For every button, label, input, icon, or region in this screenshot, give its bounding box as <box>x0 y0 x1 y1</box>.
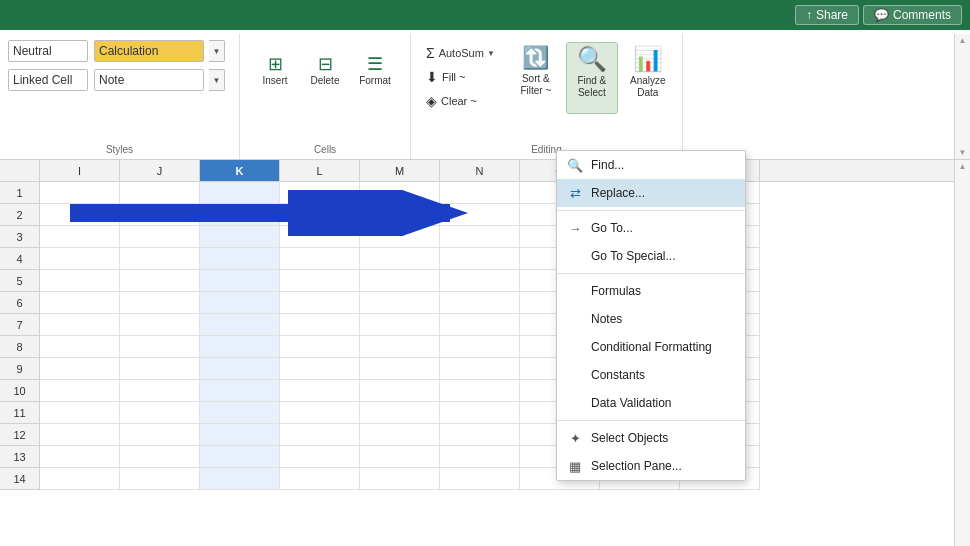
cell[interactable] <box>40 336 120 358</box>
cell[interactable] <box>200 292 280 314</box>
fill-button[interactable]: ⬇ Fill ~ <box>419 66 504 88</box>
col-header-k[interactable]: K <box>200 160 280 181</box>
cell[interactable] <box>200 336 280 358</box>
cell[interactable] <box>200 248 280 270</box>
find-select-button[interactable]: 🔍 Find & Select <box>566 42 618 114</box>
cell[interactable] <box>280 248 360 270</box>
cell[interactable] <box>40 292 120 314</box>
cell[interactable] <box>440 402 520 424</box>
cell[interactable] <box>280 446 360 468</box>
col-header-j[interactable]: J <box>120 160 200 181</box>
menu-item-goto-special[interactable]: Go To Special... <box>557 242 745 270</box>
cell[interactable] <box>440 336 520 358</box>
cell[interactable] <box>280 226 360 248</box>
cell[interactable] <box>440 182 520 204</box>
cell[interactable] <box>440 204 520 226</box>
calculation-value[interactable]: Calculation <box>94 40 204 62</box>
cell[interactable] <box>360 358 440 380</box>
cell[interactable] <box>280 468 360 490</box>
cell[interactable] <box>40 248 120 270</box>
col-header-m[interactable]: M <box>360 160 440 181</box>
comments-button[interactable]: 💬 Comments <box>863 5 962 25</box>
cell[interactable] <box>360 402 440 424</box>
cell[interactable] <box>120 226 200 248</box>
cell[interactable] <box>200 182 280 204</box>
cell[interactable] <box>440 314 520 336</box>
format-button[interactable]: ☰ Format <box>352 42 398 98</box>
cell[interactable] <box>280 336 360 358</box>
cell[interactable] <box>440 468 520 490</box>
col-header-i[interactable]: I <box>40 160 120 181</box>
cell[interactable] <box>120 380 200 402</box>
cell[interactable] <box>360 446 440 468</box>
cell[interactable] <box>120 292 200 314</box>
menu-item-notes[interactable]: Notes <box>557 305 745 333</box>
cell[interactable] <box>280 270 360 292</box>
cell[interactable] <box>360 292 440 314</box>
col-header-l[interactable]: L <box>280 160 360 181</box>
cell[interactable] <box>120 424 200 446</box>
menu-item-replace[interactable]: ⇄ Replace... <box>557 179 745 207</box>
cell[interactable] <box>40 424 120 446</box>
cell[interactable] <box>440 270 520 292</box>
menu-item-find[interactable]: 🔍 Find... <box>557 151 745 179</box>
menu-item-selection-pane[interactable]: ▦ Selection Pane... <box>557 452 745 480</box>
cell[interactable] <box>120 358 200 380</box>
cell[interactable] <box>40 226 120 248</box>
cell[interactable] <box>200 270 280 292</box>
cell[interactable] <box>40 380 120 402</box>
cell[interactable] <box>200 204 280 226</box>
cell[interactable] <box>280 424 360 446</box>
cell[interactable] <box>200 226 280 248</box>
cell[interactable] <box>280 204 360 226</box>
cell[interactable] <box>360 226 440 248</box>
cell[interactable] <box>120 402 200 424</box>
cell[interactable] <box>280 358 360 380</box>
scroll-up[interactable]: ▲ <box>955 36 970 45</box>
cell[interactable] <box>280 380 360 402</box>
cell[interactable] <box>200 402 280 424</box>
cell[interactable] <box>120 248 200 270</box>
cell[interactable] <box>440 292 520 314</box>
cell[interactable] <box>360 248 440 270</box>
cell[interactable] <box>200 446 280 468</box>
scroll-top[interactable]: ▲ <box>955 162 970 171</box>
cell[interactable] <box>40 446 120 468</box>
cell[interactable] <box>440 424 520 446</box>
menu-item-goto[interactable]: → Go To... <box>557 214 745 242</box>
cell[interactable] <box>200 424 280 446</box>
cell[interactable] <box>280 314 360 336</box>
cell[interactable] <box>40 314 120 336</box>
cell[interactable] <box>440 380 520 402</box>
menu-item-formulas[interactable]: Formulas <box>557 277 745 305</box>
cell[interactable] <box>360 336 440 358</box>
cell[interactable] <box>200 314 280 336</box>
menu-item-select-objects[interactable]: ✦ Select Objects <box>557 424 745 452</box>
cell[interactable] <box>440 248 520 270</box>
clear-button[interactable]: ◈ Clear ~ <box>419 90 504 112</box>
menu-item-data-validation[interactable]: Data Validation <box>557 389 745 417</box>
ribbon-scrollbar[interactable]: ▲ ▼ <box>954 34 970 159</box>
cell[interactable] <box>40 204 120 226</box>
cell[interactable] <box>360 380 440 402</box>
cell[interactable] <box>120 468 200 490</box>
note-dropdown[interactable]: ▼ <box>209 69 225 91</box>
analyze-data-button[interactable]: 📊 Analyze Data <box>622 42 674 114</box>
cell[interactable] <box>200 358 280 380</box>
sort-filter-button[interactable]: 🔃 Sort & Filter ~ <box>510 42 562 114</box>
right-scrollbar[interactable]: ▲ <box>954 160 970 546</box>
cell[interactable] <box>120 270 200 292</box>
cell[interactable] <box>40 270 120 292</box>
cell[interactable] <box>280 402 360 424</box>
cell[interactable] <box>40 182 120 204</box>
cell[interactable] <box>120 182 200 204</box>
cell[interactable] <box>280 292 360 314</box>
cell[interactable] <box>120 446 200 468</box>
cell[interactable] <box>360 468 440 490</box>
cell[interactable] <box>200 468 280 490</box>
cell[interactable] <box>360 182 440 204</box>
cell[interactable] <box>440 226 520 248</box>
calculation-dropdown[interactable]: ▼ <box>209 40 225 62</box>
cell[interactable] <box>360 270 440 292</box>
cell[interactable] <box>360 424 440 446</box>
